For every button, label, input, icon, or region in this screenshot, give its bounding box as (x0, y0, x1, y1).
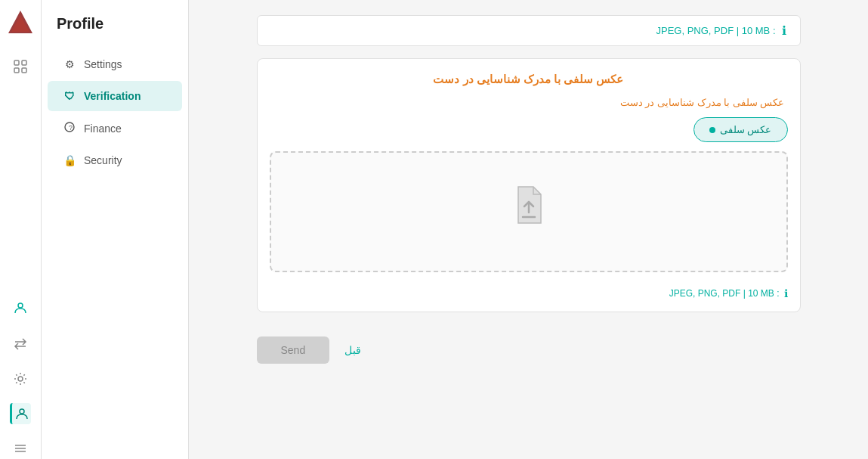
upload-area[interactable] (270, 151, 788, 272)
card-title: عکس سلفی با مدرک شناسایی در دست (258, 59, 800, 94)
footer-actions: Send قبل (257, 324, 801, 370)
send-button[interactable]: Send (257, 336, 330, 364)
nav-icon-list[interactable] (10, 438, 31, 459)
sidebar-item-security-label: Security (84, 154, 122, 166)
svg-rect-4 (14, 68, 19, 73)
nav-icon-exchange[interactable] (10, 333, 31, 355)
nav-icon-user[interactable] (10, 299, 31, 320)
sidebar-item-settings-label: Settings (84, 58, 122, 70)
finance-icon: ? (63, 122, 76, 135)
sidebar-item-settings[interactable]: ⚙ Settings (48, 49, 182, 79)
svg-rect-5 (22, 68, 26, 73)
tab-dot (709, 127, 715, 133)
back-button[interactable]: قبل (344, 344, 361, 356)
top-info-text: : JPEG, PNG, PDF | 10 MB (656, 25, 776, 36)
sidebar-title: Profile (42, 15, 188, 48)
info-icon-card: ℹ (784, 287, 788, 299)
svg-rect-2 (14, 60, 19, 65)
top-info-bar: ℹ : JPEG, PNG, PDF | 10 MB (257, 15, 801, 46)
nav-icon-grid[interactable] (10, 56, 31, 77)
card-info-bar: ℹ : JPEG, PNG, PDF | 10 MB (258, 281, 800, 312)
svg-text:?: ? (69, 124, 73, 132)
svg-rect-3 (22, 60, 26, 65)
selfie-card: عکس سلفی با مدرک شناسایی در دست عکس سلفی… (257, 58, 801, 312)
card-info-text: : JPEG, PNG, PDF | 10 MB (669, 288, 780, 299)
sidebar-item-security[interactable]: 🔒 Security (48, 145, 182, 175)
upload-icon (508, 184, 550, 234)
svg-point-6 (18, 303, 23, 308)
logo (7, 9, 34, 36)
settings-icon: ⚙ (63, 58, 76, 70)
tab-selfie-label: عکس سلفی (720, 124, 772, 135)
sidebar-item-finance[interactable]: ? Finance (48, 113, 182, 144)
info-icon-top: ℹ (782, 23, 786, 38)
lock-icon: 🔒 (63, 154, 76, 166)
tab-row: عکس سلفی (258, 117, 800, 151)
icon-bar (0, 0, 42, 459)
tab-selfie[interactable]: عکس سلفی (693, 117, 788, 142)
svg-point-7 (18, 377, 23, 381)
sidebar: Profile ⚙ Settings 🛡 Verification ? Fina… (42, 0, 189, 459)
sidebar-item-finance-label: Finance (84, 123, 122, 135)
shield-icon: 🛡 (63, 90, 76, 102)
nav-icon-person-active[interactable] (10, 403, 31, 424)
nav-icon-settings2[interactable] (10, 368, 31, 389)
svg-point-8 (20, 409, 24, 414)
sidebar-item-verification[interactable]: 🛡 Verification (48, 81, 182, 111)
main-content: ℹ : JPEG, PNG, PDF | 10 MB عکس سلفی با م… (189, 0, 868, 459)
sidebar-item-verification-label: Verification (84, 90, 141, 102)
card-subtitle: عکس سلفی با مدرک شناسایی در دست (258, 94, 800, 117)
